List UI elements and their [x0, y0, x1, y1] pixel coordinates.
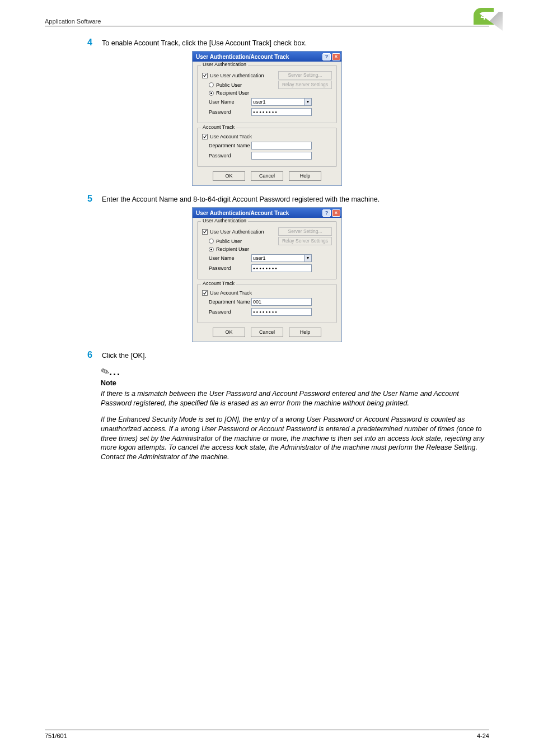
- at-password-label: Password: [209, 153, 251, 158]
- relay-server-button: Relay Server Settings: [278, 81, 332, 89]
- user-name-field[interactable]: user1: [251, 254, 305, 262]
- dialog-titlebar: User Authentication/Account Track ? ×: [193, 52, 341, 62]
- at-password-label: Password: [209, 309, 251, 315]
- help-icon[interactable]: ?: [322, 209, 331, 217]
- ok-button[interactable]: OK: [213, 171, 245, 181]
- account-track-group: Account Track Use Account Track Departme…: [197, 284, 337, 323]
- server-setting-button: Server Setting...: [278, 227, 332, 236]
- step-number: 4: [87, 38, 102, 48]
- recipient-user-radio[interactable]: [209, 91, 214, 96]
- relay-server-button: Relay Server Settings: [278, 237, 332, 245]
- footer-model: 751/601: [45, 732, 67, 739]
- use-user-auth-checkbox[interactable]: [202, 229, 208, 235]
- use-account-track-checkbox[interactable]: [202, 134, 208, 139]
- dept-name-field[interactable]: 001: [251, 298, 312, 306]
- public-user-label: Public User: [216, 239, 242, 244]
- user-auth-group: User Authentication Use User Authenticat…: [197, 65, 337, 123]
- dialog-title: User Authentication/Account Track: [196, 54, 289, 60]
- user-auth-group: User Authentication Use User Authenticat…: [197, 221, 337, 279]
- ok-button[interactable]: OK: [213, 328, 245, 337]
- server-setting-button: Server Setting...: [278, 71, 332, 80]
- group-title: User Authentication: [201, 62, 248, 67]
- password-label: Password: [209, 265, 251, 271]
- user-name-label: User Name: [209, 99, 251, 105]
- public-user-radio[interactable]: [209, 239, 214, 244]
- note-paragraph: If there is a mismatch between the User …: [101, 389, 489, 408]
- step-text: Enter the Account Name and 8-to-64-digit…: [102, 194, 380, 203]
- step-number: 6: [87, 350, 102, 360]
- note-heading: Note: [101, 379, 489, 387]
- use-user-auth-label: Use User Authentication: [210, 229, 264, 235]
- use-user-auth-label: Use User Authentication: [210, 73, 264, 78]
- step-text: Click the [OK].: [102, 350, 147, 360]
- user-name-field[interactable]: user1: [251, 98, 305, 106]
- close-icon[interactable]: ×: [332, 209, 340, 217]
- user-name-combo[interactable]: user1▼: [251, 98, 312, 106]
- dialog-titlebar: User Authentication/Account Track ? ×: [193, 208, 341, 218]
- recipient-user-label: Recipient User: [216, 246, 249, 252]
- close-icon[interactable]: ×: [332, 53, 340, 60]
- user-name-combo[interactable]: user1▼: [251, 254, 312, 262]
- use-user-auth-checkbox[interactable]: [202, 73, 208, 78]
- cancel-button[interactable]: Cancel: [251, 328, 283, 337]
- password-field[interactable]: ●●●●●●●●: [251, 264, 312, 272]
- step-number: 5: [87, 194, 102, 204]
- help-button[interactable]: Help: [289, 171, 321, 181]
- chevron-down-icon[interactable]: ▼: [305, 98, 312, 106]
- recipient-user-radio[interactable]: [209, 247, 214, 252]
- use-account-track-label: Use Account Track: [210, 290, 252, 296]
- dept-name-label: Department Name: [209, 299, 251, 305]
- dialog-title: User Authentication/Account Track: [196, 210, 289, 216]
- step-text: To enable Account Track, click the [Use …: [102, 38, 307, 47]
- password-label: Password: [209, 109, 251, 115]
- at-password-field[interactable]: [251, 152, 312, 160]
- public-user-radio[interactable]: [209, 82, 214, 87]
- account-track-group: Account Track Use Account Track Departme…: [197, 128, 337, 167]
- user-name-label: User Name: [209, 255, 251, 261]
- help-button[interactable]: Help: [289, 328, 321, 337]
- auth-dialog: User Authentication/Account Track ? × Us…: [192, 51, 342, 186]
- note-icon: ✎...: [101, 366, 489, 378]
- auth-dialog: User Authentication/Account Track ? × Us…: [192, 207, 342, 342]
- group-title: Account Track: [201, 281, 236, 286]
- group-title: Account Track: [201, 124, 236, 130]
- cancel-button[interactable]: Cancel: [251, 171, 283, 181]
- note-paragraph: If the Enhanced Security Mode is set to …: [101, 415, 489, 462]
- dept-name-label: Department Name: [209, 143, 251, 148]
- chevron-down-icon[interactable]: ▼: [305, 254, 312, 262]
- password-field[interactable]: ●●●●●●●●: [251, 108, 312, 116]
- use-account-track-label: Use Account Track: [210, 134, 252, 139]
- group-title: User Authentication: [201, 218, 248, 223]
- dept-name-field[interactable]: [251, 142, 312, 150]
- footer-page: 4-24: [477, 732, 489, 739]
- public-user-label: Public User: [216, 82, 242, 88]
- help-icon[interactable]: ?: [322, 53, 331, 60]
- use-account-track-checkbox[interactable]: [202, 290, 208, 296]
- running-header: Application Software: [45, 18, 101, 25]
- at-password-field[interactable]: ●●●●●●●●: [251, 308, 312, 316]
- recipient-user-label: Recipient User: [216, 90, 249, 96]
